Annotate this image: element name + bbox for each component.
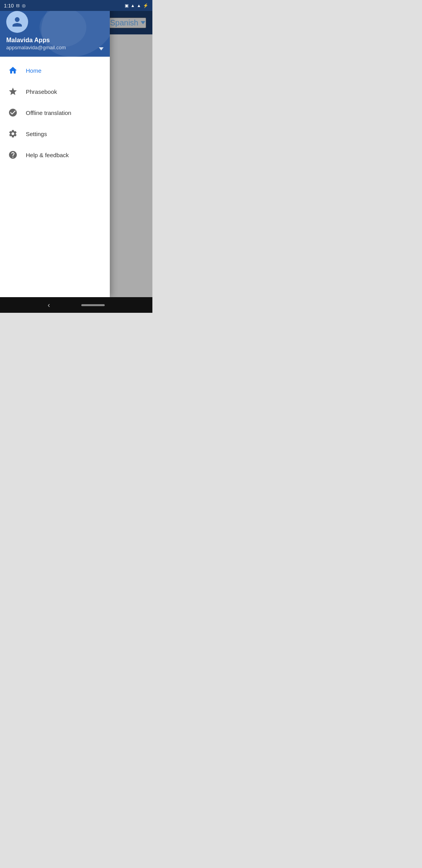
clipboard-icon: ⊟ [16,3,20,8]
sidebar-item-offline-translation[interactable]: Offline translation [0,102,110,123]
check-circle-icon [8,108,18,118]
sidebar-item-help-feedback[interactable]: Help & feedback [0,144,110,165]
user-name: Malavida Apps [6,37,104,44]
help-feedback-label: Help & feedback [26,152,69,158]
drawer-menu: Home Phrasebook Offline translation [0,57,110,297]
settings-label: Settings [26,131,47,137]
battery-icon: ⚡ [143,3,148,8]
navigation-drawer: Malavida Apps appsmalavida@gmail.com Hom… [0,0,110,297]
help-icon [8,150,18,160]
back-button[interactable]: ‹ [48,301,50,309]
avatar [6,11,28,33]
star-icon [8,86,18,97]
user-email: appsmalavida@gmail.com [6,45,104,50]
status-bar-left: 1:10 ⊟ ◎ [4,3,26,9]
sidebar-item-phrasebook[interactable]: Phrasebook [0,81,110,102]
sidebar-item-home[interactable]: Home [0,60,110,81]
vibrate-icon: ▣ [125,3,129,8]
account-dropdown-icon[interactable] [99,47,104,50]
home-pill[interactable] [81,304,105,306]
wifi-icon: ▲ [131,3,135,8]
sidebar-item-settings[interactable]: Settings [0,123,110,144]
offline-translation-label: Offline translation [26,109,71,116]
gear-icon [8,129,18,139]
status-bar: 1:10 ⊟ ◎ ▣ ▲ ▲ ⚡ [0,0,152,11]
phrasebook-label: Phrasebook [26,88,57,95]
navigation-bar: ‹ [0,297,152,313]
signal-icon: ▲ [137,3,141,8]
user-info: Malavida Apps appsmalavida@gmail.com [6,37,104,50]
status-time: 1:10 [4,3,14,9]
status-bar-right: ▣ ▲ ▲ ⚡ [125,3,148,8]
home-label: Home [26,67,41,74]
home-icon [8,65,18,75]
target-icon: ◎ [22,3,26,8]
